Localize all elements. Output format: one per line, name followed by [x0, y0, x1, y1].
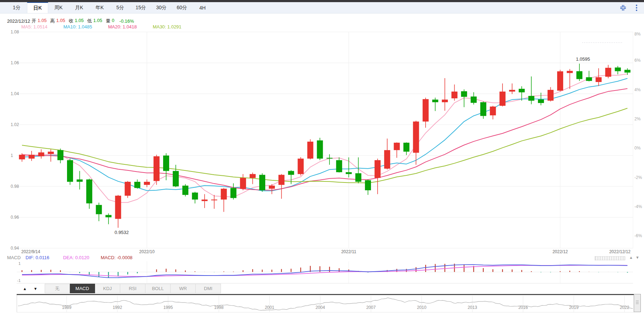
- ohlc-label: 高: [50, 18, 55, 24]
- kebab-menu-icon[interactable]: [632, 2, 641, 13]
- svg-text:2010: 2010: [417, 305, 427, 310]
- svg-text:1.0595: 1.0595: [576, 56, 590, 62]
- ohlc-value: 1.05: [93, 18, 102, 24]
- ohlc-label: 开: [32, 18, 36, 24]
- macd-legend-row: MACD DIF: 0.0116 DEA: 0.0120 MACD: -0.00…: [0, 255, 644, 261]
- ohlc-value: 1.05: [75, 18, 84, 24]
- svg-text:0.94: 0.94: [11, 246, 19, 251]
- svg-text:1: 1: [18, 261, 21, 266]
- ohlc-label: 量: [106, 18, 110, 24]
- svg-text:2013: 2013: [468, 305, 477, 310]
- svg-text:2022/10: 2022/10: [139, 249, 155, 254]
- svg-text:1.06: 1.06: [11, 60, 19, 65]
- indicator-tab-BOLL[interactable]: BOLL: [145, 284, 171, 293]
- panel-up-icon[interactable]: ▲: [629, 255, 633, 260]
- svg-text:8%: 8%: [634, 32, 641, 37]
- main-candlestick-chart[interactable]: 1.081.061.041.0210.980.960.948%6%4%2%0%-…: [0, 30, 644, 255]
- ma-legend-item: MA10: 1.0485: [63, 24, 92, 30]
- svg-text:0.96: 0.96: [11, 215, 19, 220]
- macd-title: MACD: [7, 255, 21, 260]
- indicator-tab-KDJ[interactable]: KDJ: [95, 284, 120, 293]
- timeframe-tab-日K[interactable]: 日K: [27, 2, 48, 13]
- ma-legend: MA5: 1.0514MA10: 1.0485MA20: 1.0418MA30:…: [21, 24, 198, 30]
- svg-text:0.98: 0.98: [11, 184, 19, 189]
- quote-date: 2022/12/12: [7, 18, 30, 24]
- svg-text:2001: 2001: [265, 305, 274, 310]
- svg-text:2022/12/12: 2022/12/12: [609, 249, 631, 254]
- indicator-tab-RSI[interactable]: RSI: [120, 284, 145, 293]
- macd-indicator-chart[interactable]: 1-1: [0, 261, 644, 284]
- svg-text:2004: 2004: [316, 305, 325, 310]
- ohlc-label: 低: [87, 18, 92, 24]
- svg-text:2022/11: 2022/11: [341, 249, 356, 254]
- ohlc-value: 0: [112, 18, 114, 24]
- ma-legend-item: MA5: 1.0514: [21, 24, 48, 30]
- macd-dif-value: DIF: 0.0116: [26, 255, 49, 260]
- svg-text:2007: 2007: [366, 305, 376, 310]
- history-navigator[interactable]: 1989199219951998200120042007201020132016…: [17, 295, 634, 312]
- svg-text:2%: 2%: [634, 116, 641, 121]
- timeframe-tab-5分[interactable]: 5分: [110, 2, 131, 13]
- svg-text:0.9532: 0.9532: [115, 230, 129, 235]
- svg-text:6%: 6%: [634, 58, 641, 63]
- svg-text:1.02: 1.02: [11, 122, 19, 127]
- charting-app: { "toolbar": { "tabs": ["1分","日K","周K","…: [0, 0, 644, 316]
- svg-text:1995: 1995: [163, 305, 173, 310]
- macd-macd-value: MACD: -0.0008: [101, 255, 133, 260]
- timeframe-tab-月K[interactable]: 月K: [69, 2, 89, 13]
- indicator-down-button[interactable]: ▼: [31, 284, 40, 293]
- panel-down-icon[interactable]: ▼: [635, 255, 639, 260]
- timeframe-tab-年K[interactable]: 年K: [89, 2, 110, 13]
- svg-text:2022/9/14: 2022/9/14: [21, 249, 40, 254]
- svg-text:2022/12: 2022/12: [553, 249, 568, 254]
- svg-text:-2%: -2%: [634, 175, 642, 180]
- navigator-drag-handle[interactable]: [634, 294, 641, 312]
- indicator-tab-DMI[interactable]: DMI: [196, 284, 221, 293]
- svg-text:-4%: -4%: [634, 204, 642, 209]
- timeframe-toolbar: 1分日K周K月K年K5分15分30分60分4H: [0, 2, 644, 13]
- timeframe-tab-4H[interactable]: 4H: [192, 2, 213, 13]
- indicator-tab-WR[interactable]: WR: [171, 284, 196, 293]
- toolbar-spacer: [213, 2, 618, 13]
- ohlc-value: 1.05: [38, 18, 46, 24]
- svg-text:-1: -1: [17, 278, 21, 283]
- ma-legend-item: MA20: 1.0418: [108, 24, 137, 30]
- svg-text:-6%: -6%: [634, 233, 642, 238]
- change-percent: -0.16%: [120, 18, 134, 24]
- indicator-up-button[interactable]: ▲: [21, 284, 29, 293]
- collapse-icon[interactable]: [618, 2, 628, 13]
- svg-text:1: 1: [11, 153, 13, 158]
- timeframe-tab-周K[interactable]: 周K: [48, 2, 69, 13]
- indicator-tabs: 无MACDKDJRSIBOLLWRDMI: [45, 284, 221, 293]
- svg-text:1.08: 1.08: [11, 30, 19, 34]
- ohlc-value: 1.05: [56, 18, 65, 24]
- indicator-tab-MACD[interactable]: MACD: [70, 284, 95, 293]
- timeframe-tab-15分[interactable]: 15分: [131, 2, 151, 13]
- ohlc-info-bar: 2022/12/12 开1.05高1.05收1.05低1.05量0 -0.16%: [7, 18, 135, 24]
- timeframe-tabs: 1分日K周K月K年K5分15分30分60分4H: [6, 2, 213, 13]
- svg-text:0%: 0%: [634, 146, 641, 151]
- ohlc-fields: 开1.05高1.05收1.05低1.05量0: [32, 18, 118, 24]
- indicator-tab-无[interactable]: 无: [45, 284, 70, 293]
- svg-text:1.04: 1.04: [11, 91, 19, 96]
- svg-text:1992: 1992: [113, 305, 122, 310]
- macd-dea-value: DEA: 0.0120: [63, 255, 89, 260]
- macd-range-indicator: [595, 256, 625, 260]
- svg-text:4%: 4%: [634, 87, 641, 92]
- ma-legend-item: MA30: 1.0291: [153, 24, 182, 30]
- timeframe-tab-1分[interactable]: 1分: [6, 2, 27, 13]
- indicator-tabs-row: ▲ ▼ 无MACDKDJRSIBOLLWRDMI: [0, 284, 644, 294]
- ohlc-label: 收: [69, 18, 73, 24]
- timeframe-tab-60分[interactable]: 60分: [172, 2, 192, 13]
- timeframe-tab-30分[interactable]: 30分: [151, 2, 172, 13]
